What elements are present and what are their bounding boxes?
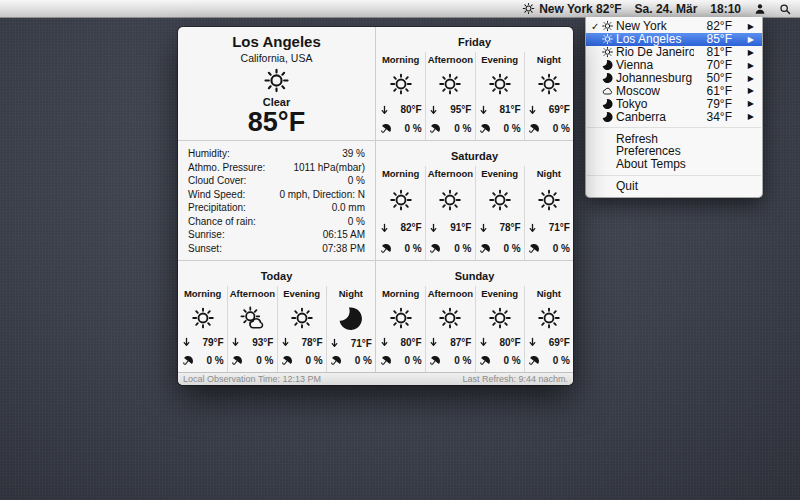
menu-item-city-tokyo[interactable]: Tokyo 79°F ▶ bbox=[586, 97, 762, 110]
menu-bar-clock[interactable]: 18:10 bbox=[710, 2, 741, 16]
forecast-cell: Night 71°F 0 % bbox=[524, 166, 573, 260]
menu-item-preferences[interactable]: Preferences bbox=[586, 145, 762, 158]
weather-icon bbox=[389, 72, 413, 96]
daypart-label: Afternoon bbox=[230, 288, 275, 299]
menu-item-city-rio-de-janeiro[interactable]: Rio De Janeiro 81°F ▶ bbox=[586, 46, 762, 59]
low-temp-arrow-icon bbox=[330, 337, 339, 349]
forecast-cell: Night 69°F 0 % bbox=[524, 286, 573, 372]
search-icon[interactable] bbox=[779, 3, 791, 15]
low-temp-arrow-icon bbox=[479, 336, 488, 348]
low-temp-arrow-icon bbox=[380, 104, 389, 116]
umbrella-icon bbox=[427, 241, 444, 258]
low-temp-arrow-icon bbox=[528, 104, 537, 116]
forecast-day-title: Friday bbox=[376, 27, 573, 52]
low-temp-arrow-icon bbox=[528, 336, 537, 348]
menu-item-city-johannesburg[interactable]: Johannesburg 50°F ▶ bbox=[586, 72, 762, 85]
menu-item-city-new-york[interactable]: ✓ New York 82°F ▶ bbox=[586, 20, 762, 33]
daypart-label: Evening bbox=[481, 168, 518, 179]
forecast-cell: Evening 78°F 0 % bbox=[475, 166, 524, 260]
moon-icon bbox=[337, 305, 364, 332]
menu-separator bbox=[587, 127, 761, 128]
temp-value: 82°F bbox=[400, 222, 421, 233]
rain-chance: 0 % bbox=[454, 123, 471, 134]
daypart-label: Evening bbox=[481, 288, 518, 299]
city-temp: 34°F bbox=[694, 110, 732, 124]
umbrella-icon bbox=[377, 353, 394, 370]
forecast-cell: Afternoon 91°F 0 % bbox=[425, 166, 474, 260]
rain-chance: 0 % bbox=[553, 123, 570, 134]
temp-value: 69°F bbox=[549, 104, 570, 115]
city-name: Moscow bbox=[616, 84, 694, 98]
moon-icon bbox=[601, 111, 614, 123]
menu-item-city-canberra[interactable]: Canberra 34°F ▶ bbox=[586, 110, 762, 123]
weather-icon bbox=[438, 72, 462, 96]
low-temp-arrow-icon bbox=[528, 222, 537, 234]
temp-value: 91°F bbox=[450, 222, 471, 233]
detail-row: Wind Speed:0 mph, Direction: N bbox=[178, 188, 375, 202]
city-temp: 61°F bbox=[694, 84, 732, 98]
daypart-label: Night bbox=[339, 288, 363, 299]
forecast-cell: Morning 79°F 0 % bbox=[178, 286, 227, 372]
low-temp-arrow-icon bbox=[479, 104, 488, 116]
rain-chance: 0 % bbox=[503, 355, 520, 366]
weather-icon bbox=[290, 306, 314, 330]
temp-value: 80°F bbox=[400, 337, 421, 348]
daypart-label: Night bbox=[537, 168, 561, 179]
low-temp-arrow-icon bbox=[380, 222, 389, 234]
low-temp-arrow-icon bbox=[429, 222, 438, 234]
submenu-arrow-icon: ▶ bbox=[732, 99, 754, 108]
menu-item-city-moscow[interactable]: Moscow 61°F ▶ bbox=[586, 84, 762, 97]
low-temp-arrow-icon bbox=[281, 336, 290, 348]
details-list: Humidity:39 % Athmo. Pressure:1011 hPa(m… bbox=[178, 141, 375, 261]
umbrella-icon bbox=[229, 353, 246, 370]
temp-value: 80°F bbox=[499, 337, 520, 348]
current-temp: 85°F bbox=[248, 108, 305, 136]
weather-icon bbox=[537, 72, 561, 96]
menu-item-refresh[interactable]: Refresh bbox=[586, 132, 762, 145]
daypart-label: Evening bbox=[283, 288, 320, 299]
menu-bar-date[interactable]: Sa. 24. Mär bbox=[635, 2, 698, 16]
umbrella-icon bbox=[278, 353, 295, 370]
city-name: Los Angeles bbox=[616, 32, 694, 46]
forecast-cell: Night 69°F 0 % bbox=[524, 52, 573, 140]
forecast-section-saturday: Saturday Morning 82°F 0 % Afternoon 91°F… bbox=[376, 141, 573, 261]
submenu-arrow-icon: ▶ bbox=[732, 61, 754, 70]
menu-item-about-temps[interactable]: About Temps bbox=[586, 158, 762, 171]
forecast-cell: Evening 81°F 0 % bbox=[475, 52, 524, 140]
low-temp-arrow-icon bbox=[429, 336, 438, 348]
forecast-day-title: Sunday bbox=[376, 261, 573, 286]
city-name: Johannesburg bbox=[616, 71, 694, 85]
weather-icon bbox=[488, 72, 512, 96]
umbrella-icon bbox=[476, 121, 493, 138]
menu-item-city-vienna[interactable]: Vienna 70°F ▶ bbox=[586, 59, 762, 72]
city-temp: 82°F bbox=[694, 19, 732, 33]
forecast-cell: Night 71°F 0 % bbox=[326, 286, 375, 372]
weather-icon bbox=[537, 188, 561, 212]
city-name: Rio De Janeiro bbox=[616, 45, 694, 59]
city-title: Los Angeles bbox=[232, 33, 321, 50]
moon-icon bbox=[601, 59, 614, 71]
observation-time: Local Observation Time: 12:13 PM bbox=[183, 374, 321, 384]
status-item-temps[interactable]: New York 82°F bbox=[522, 2, 621, 16]
menu-item-quit[interactable]: Quit bbox=[586, 180, 762, 193]
detail-row: Chance of rain:0 % bbox=[178, 215, 375, 229]
user-icon[interactable] bbox=[754, 3, 766, 15]
submenu-arrow-icon: ▶ bbox=[732, 112, 754, 121]
umbrella-icon bbox=[525, 121, 542, 138]
temp-value: 71°F bbox=[549, 222, 570, 233]
cloud-icon bbox=[601, 85, 614, 97]
temp-value: 87°F bbox=[450, 337, 471, 348]
daypart-label: Night bbox=[537, 288, 561, 299]
rain-chance: 0 % bbox=[454, 355, 471, 366]
rain-chance: 0 % bbox=[553, 243, 570, 254]
status-label: New York 82°F bbox=[539, 2, 621, 16]
forecast-cell: Afternoon 87°F 0 % bbox=[425, 286, 474, 372]
menu-item-city-los-angeles[interactable]: Los Angeles 85°F ▶ bbox=[586, 33, 762, 46]
umbrella-icon bbox=[327, 353, 344, 370]
temp-value: 69°F bbox=[549, 337, 570, 348]
forecast-section-today: Today Morning 79°F 0 % Afternoon 93°F 0 … bbox=[178, 261, 375, 372]
weather-icon bbox=[438, 306, 462, 330]
city-temp: 70°F bbox=[694, 58, 732, 72]
city-temp: 79°F bbox=[694, 97, 732, 111]
daypart-label: Morning bbox=[382, 54, 419, 65]
